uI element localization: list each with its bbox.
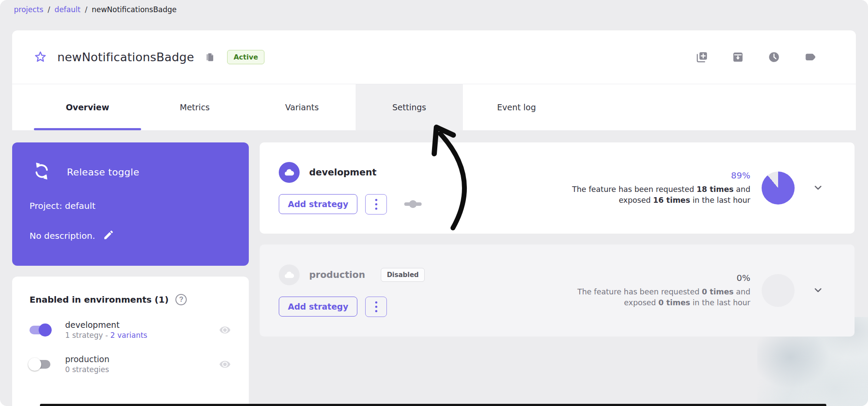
tab-variants-label: Variants xyxy=(285,102,319,112)
breadcrumb-link-project[interactable]: default xyxy=(55,5,81,14)
edit-description-icon[interactable] xyxy=(103,229,114,242)
production-toggle[interactable] xyxy=(30,360,50,369)
development-environment-card: development Add strategy 89% The feature… xyxy=(260,142,855,234)
variants-link[interactable]: 2 variants xyxy=(110,331,147,340)
active-tab-indicator xyxy=(34,128,141,130)
disabled-badge: Disabled xyxy=(381,268,425,282)
environment-name: production xyxy=(309,270,365,280)
exposure-percent: 89% xyxy=(562,170,750,181)
feature-title-row: newNotificationsBadge Active xyxy=(12,30,856,84)
help-icon[interactable]: ? xyxy=(175,294,187,305)
breadcrumb: projects / default / newNotificationsBad… xyxy=(14,5,177,14)
chevron-down-icon[interactable] xyxy=(812,284,824,297)
metrics-pie-chart xyxy=(762,172,795,205)
breadcrumb-link-projects[interactable]: projects xyxy=(14,5,43,14)
toggle-description-line: No description. xyxy=(12,229,249,242)
more-options-button[interactable] xyxy=(365,297,387,317)
strategy-count-label: 0 strategies xyxy=(65,365,109,374)
development-env-detail: 1 strategy - 2 variants xyxy=(65,331,147,340)
chevron-down-icon[interactable] xyxy=(812,182,824,195)
tab-variants[interactable]: Variants xyxy=(248,84,356,130)
production-env-label: production xyxy=(65,354,109,364)
metrics-pie-chart xyxy=(762,274,795,307)
tabs: Overview Metrics Variants Settings Event… xyxy=(12,84,856,130)
history-icon[interactable] xyxy=(766,49,782,66)
metrics-summary: The feature has been requested 0 times a… xyxy=(562,287,750,308)
strategy-count-label: 1 strategy - xyxy=(65,331,110,340)
release-toggle-icon xyxy=(32,162,51,182)
tab-overview[interactable]: Overview xyxy=(34,84,141,130)
copy-feature-icon[interactable] xyxy=(693,49,710,66)
environments-summary-card: Enabled in environments (1) ? developmen… xyxy=(12,277,249,406)
tab-metrics[interactable]: Metrics xyxy=(141,84,248,130)
breadcrumb-separator: / xyxy=(48,5,50,14)
exposure-percent: 0% xyxy=(562,273,750,283)
development-toggle[interactable] xyxy=(30,326,50,334)
more-options-button[interactable] xyxy=(365,194,387,215)
feature-header-card: newNotificationsBadge Active xyxy=(12,30,856,130)
tab-overview-label: Overview xyxy=(66,102,109,112)
tab-settings[interactable]: Settings xyxy=(356,84,463,130)
env-row-development: development 1 strategy - 2 variants xyxy=(12,320,249,340)
header-actions xyxy=(693,49,837,66)
breadcrumb-separator: / xyxy=(85,5,87,14)
status-badge: Active xyxy=(227,50,264,64)
rollout-strategy-icon xyxy=(404,200,422,208)
environments-summary-title: Enabled in environments (1) xyxy=(30,294,168,305)
metrics-summary: The feature has been requested 18 times … xyxy=(562,184,750,206)
tag-icon[interactable] xyxy=(802,49,818,66)
add-strategy-button[interactable]: Add strategy xyxy=(279,194,357,214)
toggle-project-label: Project: default xyxy=(30,201,96,211)
environment-name: development xyxy=(309,167,376,178)
tab-metrics-label: Metrics xyxy=(180,102,210,112)
favorite-star-icon[interactable] xyxy=(31,48,50,66)
visibility-icon[interactable] xyxy=(217,356,233,373)
tab-event-log-label: Event log xyxy=(497,102,536,112)
production-environment-card: production Disabled Add strategy 0% The … xyxy=(260,244,855,337)
development-env-label: development xyxy=(65,320,147,330)
page-title: newNotificationsBadge xyxy=(57,50,194,64)
visibility-icon[interactable] xyxy=(217,322,233,338)
production-env-detail: 0 strategies xyxy=(65,365,109,374)
cloud-icon xyxy=(279,264,300,285)
tab-event-log[interactable]: Event log xyxy=(463,84,570,130)
breadcrumb-current: newNotificationsBadge xyxy=(92,5,177,14)
tab-settings-label: Settings xyxy=(393,102,426,112)
toggle-project-line: Project: default xyxy=(12,201,249,211)
toggle-description-label: No description. xyxy=(30,231,95,241)
cloud-icon xyxy=(279,162,300,183)
add-strategy-button[interactable]: Add strategy xyxy=(279,297,357,317)
unleash-feature-page: projects / default / newNotificationsBad… xyxy=(0,0,868,406)
archive-icon[interactable] xyxy=(729,49,746,66)
toggle-type-title: Release toggle xyxy=(67,167,139,178)
toggle-type-card: Release toggle Project: default No descr… xyxy=(12,142,249,266)
window-edge xyxy=(40,404,826,406)
env-row-production: production 0 strategies xyxy=(12,354,249,374)
copy-name-icon[interactable] xyxy=(203,50,218,65)
